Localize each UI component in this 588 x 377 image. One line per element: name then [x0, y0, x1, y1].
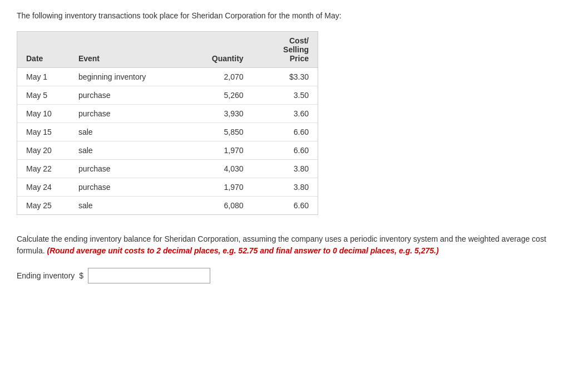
cost-line3: Price [290, 54, 309, 63]
cell-quantity-0: 2,070 [187, 68, 252, 86]
cell-event-6: purchase [70, 178, 187, 197]
table-body: May 1beginning inventory2,070$3.30May 5p… [17, 68, 318, 215]
cost-header: Cost/ Selling Price [253, 32, 318, 68]
cell-event-7: sale [70, 197, 187, 215]
cell-quantity-5: 4,030 [187, 160, 252, 178]
table-row: May 1beginning inventory2,070$3.30 [17, 68, 318, 86]
date-header: Date [17, 32, 70, 68]
cell-cost-2: 3.60 [253, 105, 318, 123]
cell-cost-6: 3.80 [253, 178, 318, 197]
event-header: Event [70, 32, 187, 68]
cell-event-5: purchase [70, 160, 187, 178]
cell-date-6: May 24 [17, 178, 70, 197]
calculate-text: Calculate the ending inventory balance f… [17, 233, 571, 257]
table-row: May 22purchase4,0303.80 [17, 160, 318, 178]
table-header-row: Date Event Quantity Cost/ Selling Price [17, 32, 318, 68]
cell-quantity-7: 6,080 [187, 197, 252, 215]
cell-date-1: May 5 [17, 86, 70, 105]
table-row: May 15sale5,8506.60 [17, 123, 318, 141]
quantity-header: Quantity [187, 32, 252, 68]
inventory-table-container: Date Event Quantity Cost/ Selling Price … [17, 31, 318, 215]
cell-cost-7: 6.60 [253, 197, 318, 215]
cost-line1: Cost/ [289, 36, 309, 45]
cell-quantity-3: 5,850 [187, 123, 252, 141]
cell-event-3: sale [70, 123, 187, 141]
cell-date-0: May 1 [17, 68, 70, 86]
cell-cost-0: $3.30 [253, 68, 318, 86]
inventory-table: Date Event Quantity Cost/ Selling Price … [17, 32, 318, 214]
cell-date-5: May 22 [17, 160, 70, 178]
ending-inventory-label: Ending inventory [17, 271, 75, 280]
cell-date-4: May 20 [17, 141, 70, 160]
cell-quantity-4: 1,970 [187, 141, 252, 160]
cell-quantity-1: 5,260 [187, 86, 252, 105]
table-row: May 25sale6,0806.60 [17, 197, 318, 215]
cell-date-3: May 15 [17, 123, 70, 141]
ending-inventory-input[interactable] [88, 268, 210, 283]
cell-cost-4: 6.60 [253, 141, 318, 160]
table-row: May 24purchase1,9703.80 [17, 178, 318, 197]
cell-cost-5: 3.80 [253, 160, 318, 178]
calculate-highlight-text: (Round average unit costs to 2 decimal p… [47, 246, 438, 255]
cost-line2: Selling [283, 45, 309, 54]
cell-event-4: sale [70, 141, 187, 160]
dollar-sign: $ [79, 271, 83, 280]
cell-event-1: purchase [70, 86, 187, 105]
cell-quantity-6: 1,970 [187, 178, 252, 197]
table-row: May 5purchase5,2603.50 [17, 86, 318, 105]
ending-inventory-row: Ending inventory $ [17, 268, 571, 283]
intro-text: The following inventory transactions too… [17, 11, 571, 20]
table-row: May 20sale1,9706.60 [17, 141, 318, 160]
cell-quantity-2: 3,930 [187, 105, 252, 123]
table-row: May 10purchase3,9303.60 [17, 105, 318, 123]
cell-date-7: May 25 [17, 197, 70, 215]
cell-cost-1: 3.50 [253, 86, 318, 105]
cell-event-0: beginning inventory [70, 68, 187, 86]
cell-event-2: purchase [70, 105, 187, 123]
cell-cost-3: 6.60 [253, 123, 318, 141]
cell-date-2: May 10 [17, 105, 70, 123]
